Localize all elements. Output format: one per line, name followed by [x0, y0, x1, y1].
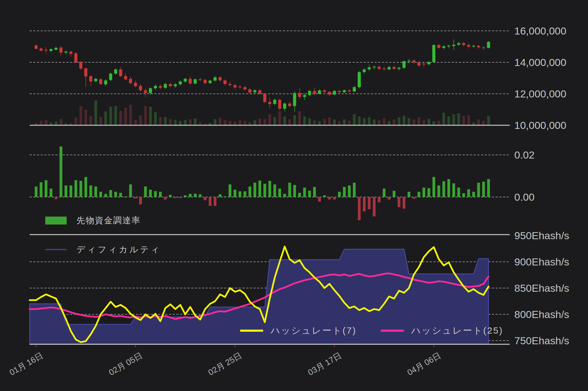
hashrate7-legend-line-icon [240, 330, 263, 332]
funding-legend-label: 先物資金調達率 [76, 215, 141, 226]
y-axis-label: 850Ehash/s [514, 283, 569, 293]
hashrate7-legend[interactable]: ハッシュレート(7) [240, 324, 357, 337]
hashrate7-legend-label: ハッシュレート(7) [271, 324, 357, 337]
y-axis-label: 12,000,000 [514, 89, 566, 99]
y-axis-label: 950Ehash/s [514, 230, 569, 241]
funding-legend-swatch [45, 217, 67, 225]
y-axis-label: 800Ehash/s [514, 309, 569, 320]
y-axis-label: 0.02 [514, 150, 534, 160]
y-axis-label: 10,000,000 [514, 120, 566, 130]
hashrate25-legend-line-icon [381, 330, 404, 332]
y-axis-label: 750Ehash/s [514, 335, 569, 346]
y-axis-label: 0.00 [514, 192, 534, 202]
y-axis-label: 16,000,000 [514, 26, 566, 36]
crypto-chart-page: 先物資金調達率 ディフィカルティ ハッシュレート(7) ハッシュレート(25) … [0, 0, 588, 391]
difficulty-legend-line-icon [45, 249, 67, 250]
funding-legend[interactable]: 先物資金調達率 [45, 215, 141, 226]
y-axis-label: 900Ehash/s [514, 257, 569, 267]
y-axis-label: 14,000,000 [514, 57, 566, 68]
difficulty-legend[interactable]: ディフィカルティ [45, 244, 161, 255]
hashrate25-legend[interactable]: ハッシュレート(25) [381, 324, 503, 337]
hashrate25-legend-label: ハッシュレート(25) [411, 324, 503, 337]
difficulty-legend-label: ディフィカルティ [76, 244, 161, 255]
